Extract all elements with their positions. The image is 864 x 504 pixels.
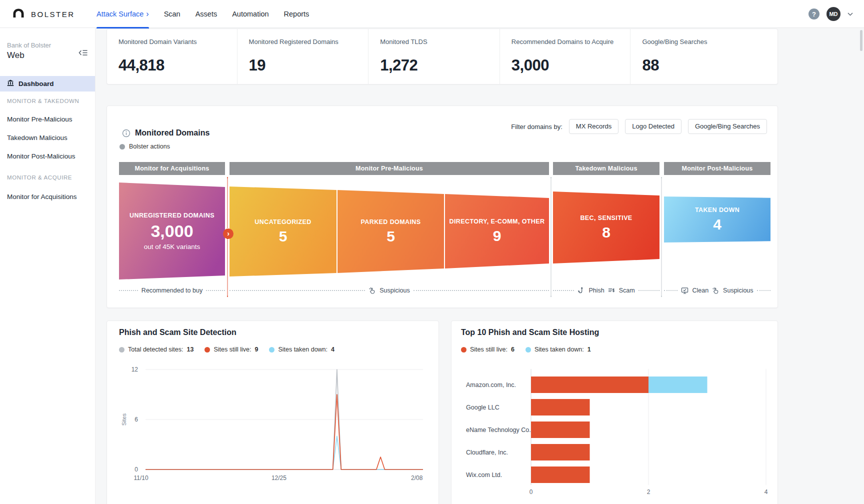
- chevron-right-icon: ›: [146, 10, 148, 18]
- legend-item: Sites taken down: 1: [526, 346, 591, 353]
- nav-scan[interactable]: Scan: [164, 0, 180, 28]
- legend-dot: [204, 347, 210, 352]
- svg-text:6: 6: [134, 416, 138, 423]
- svg-text:12: 12: [132, 366, 138, 373]
- stat-monitored-domain-variants: Monitored Domain Variants 44,818: [107, 29, 237, 84]
- detection-chart-svg: 1260Sites11/1012/252/08: [107, 357, 440, 504]
- bolster-logo-icon: [12, 8, 25, 20]
- detection-chart-card: Phish and Scam Site Detection Total dete…: [106, 320, 439, 504]
- nav-attack-surface[interactable]: Attack Surface›: [96, 0, 149, 28]
- bank-icon: [7, 80, 14, 88]
- sidebar-item-monitor-pre-malicious[interactable]: Monitor Pre-Malicious: [7, 116, 72, 123]
- flow-arrow-icon[interactable]: ›: [223, 228, 234, 239]
- scam-icon: [608, 287, 616, 294]
- filter-label: Filter domains by:: [511, 123, 562, 130]
- stat-google-bing-searches: Google/Bing Searches 88: [630, 29, 778, 84]
- chart-title: Top 10 Phish and Scam Site Hosting: [461, 328, 599, 337]
- sidebar-item-label: Dashboard: [18, 80, 54, 88]
- bolster-actions-legend: Bolster actions: [120, 143, 170, 150]
- brand: BOLSTER: [12, 0, 75, 28]
- top-nav: BOLSTER Attack Surface› Scan Assets Auto…: [0, 0, 864, 28]
- filter-mx-records-button[interactable]: MX Records: [569, 119, 619, 134]
- clean-icon: [681, 287, 688, 294]
- segment-taken-down[interactable]: TAKEN DOWN 4: [664, 196, 770, 242]
- nav-reports[interactable]: Reports: [284, 0, 310, 28]
- brand-name: BOLSTER: [31, 10, 75, 18]
- svg-text:0: 0: [530, 488, 533, 496]
- stage-monitor-post-malicious: Monitor Post-Malicious: [664, 162, 770, 175]
- svg-text:Amazon.com, Inc.: Amazon.com, Inc.: [466, 382, 516, 388]
- section-title: Monitored Domains: [135, 128, 210, 138]
- svg-text:eName Technology Co....: eName Technology Co....: [466, 426, 536, 434]
- chart-title: Phish and Scam Site Detection: [119, 328, 236, 337]
- sidebar-section-takedown: MONITOR & TAKEDOWN: [7, 98, 79, 104]
- sidebar: Bank of Bolster Web Dashboard MONITOR & …: [0, 28, 96, 504]
- footer-postmalicious: Clean Suspicious: [664, 286, 770, 295]
- sidebar-item-monitor-for-acquisitions[interactable]: Monitor for Acquisitions: [7, 193, 77, 200]
- hosting-chart-card: Top 10 Phish and Scam Site Hosting Sites…: [451, 320, 778, 504]
- legend-dot: [461, 347, 466, 352]
- svg-text:4: 4: [764, 488, 768, 496]
- svg-text:Sites: Sites: [121, 413, 127, 426]
- info-icon[interactable]: [122, 129, 130, 140]
- footer-takedown: Phish Scam: [553, 286, 660, 295]
- svg-text:2/08: 2/08: [411, 474, 423, 482]
- stat-recommended-domains: Recommended Domains to Acquire 3,000: [500, 29, 630, 84]
- sidebar-item-takedown-malicious[interactable]: Takedown Malicious: [7, 134, 68, 142]
- org-name: Bank of Bolster: [7, 42, 51, 49]
- stage-monitor-for-acquisitions: Monitor for Acquisitions: [119, 162, 225, 175]
- filter-logo-detected-button[interactable]: Logo Detected: [625, 119, 682, 134]
- sidebar-section-acquire: MONITOR & ACQUIRE: [7, 174, 72, 180]
- monitored-domains-card: Monitored Domains Filter domains by: MX …: [106, 106, 778, 308]
- svg-text:2: 2: [647, 488, 650, 496]
- svg-text:Wix.com Ltd.: Wix.com Ltd.: [466, 472, 502, 478]
- legend-dot: [120, 144, 125, 150]
- filter-google-bing-button[interactable]: Google/Bing Searches: [688, 119, 767, 134]
- sidebar-item-monitor-post-malicious[interactable]: Monitor Post-Malicious: [7, 152, 76, 160]
- detection-chart-legend: Total detected sites: 13Sites still live…: [119, 346, 334, 353]
- stage-monitor-pre-malicious: Monitor Pre-Malicious: [230, 162, 549, 175]
- segment-unregistered-domains[interactable]: UNREGISTERED DOMAINS 3,000 out of 45K va…: [119, 182, 225, 280]
- segment-uncategorized[interactable]: UNCATEGORIZED 5: [230, 186, 336, 276]
- stage-separator: [550, 177, 552, 297]
- collapse-sidebar-icon[interactable]: [78, 49, 88, 58]
- scrollbar-thumb[interactable]: [860, 30, 862, 51]
- legend-dot: [526, 347, 531, 352]
- footer-premalicious: Suspicious: [230, 286, 549, 295]
- nav-assets[interactable]: Assets: [196, 0, 218, 28]
- stage-separator: [661, 177, 662, 297]
- segment-parked-domains[interactable]: PARKED DOMAINS 5: [338, 190, 444, 273]
- hosting-chart-svg: 024Amazon.com, Inc.Google LLCeName Techn…: [452, 357, 778, 504]
- help-icon[interactable]: ?: [808, 8, 820, 20]
- legend-item: Sites still live: 9: [204, 346, 258, 353]
- workspace-name: Web: [7, 50, 24, 60]
- hosting-chart-legend: Sites still live: 6Sites taken down: 1: [461, 346, 591, 353]
- suspicious-icon: [712, 287, 720, 294]
- legend-item: Sites still live: 6: [461, 346, 514, 353]
- legend-item: Total detected sites: 13: [119, 346, 194, 353]
- sidebar-item-dashboard[interactable]: Dashboard: [0, 76, 95, 92]
- legend-dot: [119, 347, 124, 352]
- svg-text:Cloudflare, Inc.: Cloudflare, Inc.: [466, 449, 508, 456]
- nav-automation[interactable]: Automation: [232, 0, 268, 28]
- footer-acquisitions: Recommended to buy: [119, 286, 225, 295]
- legend-dot: [269, 347, 274, 352]
- svg-text:11/10: 11/10: [134, 474, 148, 482]
- suspicious-icon: [368, 287, 376, 294]
- svg-text:Google LLC: Google LLC: [466, 404, 500, 411]
- main-nav: Attack Surface› Scan Assets Automation R…: [96, 0, 309, 28]
- segment-directory-ecomm-other[interactable]: DIRECTORY, E-COMM, OTHER 9: [445, 194, 549, 268]
- stat-monitored-tlds: Monitored TLDS 1,272: [368, 29, 500, 84]
- avatar[interactable]: MD: [826, 7, 840, 21]
- svg-text:0: 0: [134, 466, 138, 473]
- phish-icon: [578, 287, 585, 294]
- stage-takedown-malicious: Takedown Malicious: [553, 162, 660, 175]
- chevron-down-icon[interactable]: [848, 11, 853, 17]
- stat-monitored-registered-domains: Monitored Registered Domains 19: [237, 29, 368, 84]
- stats-card: Monitored Domain Variants 44,818 Monitor…: [106, 28, 778, 84]
- svg-text:12/25: 12/25: [272, 474, 286, 482]
- segment-bec-sensitive[interactable]: BEC, SENSITIVE 8: [553, 192, 660, 264]
- legend-item: Sites taken down: 4: [269, 346, 334, 353]
